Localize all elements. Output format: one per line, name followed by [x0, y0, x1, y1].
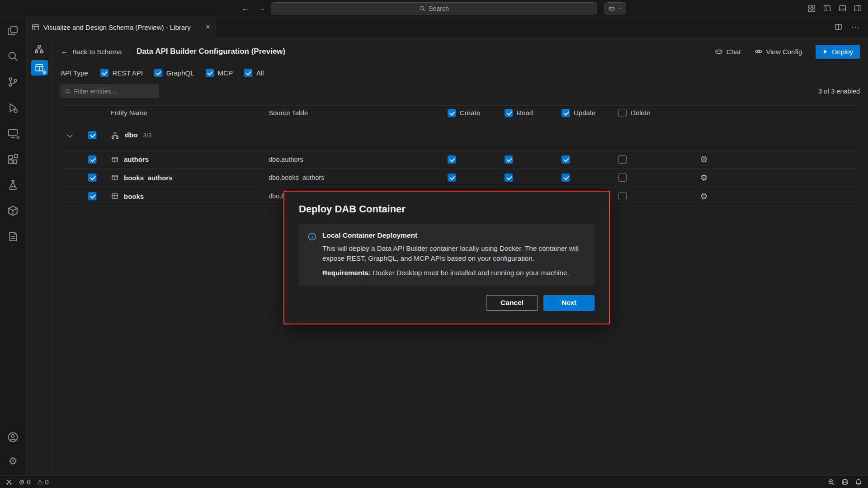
requirements-text: Requirements: Docker Desktop must be ins…	[322, 268, 585, 278]
schema-group-row[interactable]: dbo 3/3	[61, 126, 860, 144]
update-checkbox[interactable]	[561, 155, 570, 164]
api-type-label: API Type	[61, 69, 88, 77]
testing-icon[interactable]	[5, 177, 21, 192]
dialog-title: Deploy DAB Container	[299, 203, 594, 215]
back-arrow-icon[interactable]: ←	[241, 4, 249, 13]
more-actions-icon[interactable]: ⋯	[851, 22, 860, 32]
graphql-checkbox[interactable]	[154, 69, 162, 77]
api-option-graphql[interactable]: GraphQL	[154, 69, 194, 77]
rest-api-checkbox[interactable]	[100, 69, 108, 77]
extensions-icon[interactable]	[5, 151, 21, 167]
mini-gear-icon: ⚙	[42, 70, 47, 75]
disconnected-badge-icon: ⊗	[16, 135, 20, 140]
tab-close-icon[interactable]: ×	[206, 23, 210, 32]
row-select-checkbox[interactable]	[88, 192, 96, 200]
read-all-checkbox[interactable]	[505, 109, 513, 117]
table-row-books-authors[interactable]: books_authors dbo.books_authors ⚙	[61, 169, 860, 187]
enabled-count: 3 of 3 enabled	[818, 88, 860, 95]
notifications-bell-icon[interactable]	[855, 479, 862, 486]
mcp-checkbox[interactable]	[206, 69, 214, 77]
row-settings-gear-icon[interactable]: ⚙	[700, 154, 708, 164]
info-icon	[308, 231, 316, 278]
view-config-icon	[755, 47, 763, 56]
dab-config-icon[interactable]: ⚙	[31, 60, 48, 75]
filter-entities-input[interactable]	[61, 84, 159, 98]
designer-toolbar: ⚙	[26, 37, 52, 475]
status-bar: ⊘ 0 ⚠ 0	[0, 475, 868, 488]
source-control-icon[interactable]	[5, 74, 21, 89]
toggle-sidebar-right-icon[interactable]	[854, 5, 862, 12]
create-checkbox[interactable]	[448, 174, 456, 182]
collapse-chevron-icon[interactable]	[67, 131, 73, 137]
update-header: Update	[561, 109, 618, 117]
next-button[interactable]: Next	[543, 295, 594, 311]
delete-checkbox[interactable]	[618, 155, 627, 164]
filter-search-icon	[65, 88, 71, 94]
toggle-panel-icon[interactable]	[839, 5, 846, 12]
split-editor-icon[interactable]	[835, 23, 842, 31]
delete-checkbox[interactable]	[618, 174, 627, 182]
tab-bar: Visualize and Design Schema (Preview) - …	[26, 17, 868, 37]
row-settings-gear-icon[interactable]: ⚙	[700, 173, 708, 183]
zoom-icon[interactable]	[828, 479, 835, 486]
create-checkbox[interactable]	[448, 155, 456, 164]
toggle-sidebar-left-icon[interactable]	[823, 5, 831, 12]
api-option-rest[interactable]: REST API	[100, 69, 143, 77]
copilot-menu-button[interactable]	[604, 2, 626, 14]
schema-group-count: 3/3	[143, 132, 151, 139]
remote-indicator-icon[interactable]	[6, 479, 13, 485]
row-select-checkbox[interactable]	[88, 155, 96, 164]
create-all-checkbox[interactable]	[448, 109, 456, 117]
schema-icon	[106, 131, 124, 139]
explorer-icon[interactable]	[5, 23, 21, 38]
browser-preview-icon[interactable]	[841, 479, 849, 486]
activity-bar: ⊗ ⚙	[0, 17, 26, 475]
error-count: 0	[27, 479, 31, 486]
delete-checkbox[interactable]	[618, 192, 627, 200]
customize-layout-icon[interactable]	[808, 5, 816, 12]
run-debug-icon[interactable]	[5, 100, 21, 115]
notebook-icon[interactable]	[5, 229, 21, 244]
read-checkbox[interactable]	[505, 174, 513, 182]
table-row-authors[interactable]: authors dbo.authors ⚙	[61, 150, 860, 169]
forward-arrow-icon[interactable]: →	[258, 4, 266, 13]
page-header: ← Back to Schema Data API Builder Config…	[61, 43, 860, 60]
header-divider	[129, 47, 129, 56]
package-icon[interactable]	[5, 203, 21, 218]
search-icon	[419, 5, 425, 12]
title-bar: ← → Search	[0, 0, 868, 17]
create-header: Create	[448, 109, 505, 117]
problems-warnings[interactable]: ⚠ 0	[37, 479, 48, 486]
editor-actions: ⋯	[835, 17, 868, 37]
schema-designer-icon[interactable]	[31, 42, 48, 56]
filter-entities-field[interactable]	[74, 88, 155, 95]
api-option-all[interactable]: All	[244, 69, 264, 77]
all-checkbox[interactable]	[244, 69, 252, 77]
view-config-button[interactable]: View Config	[755, 47, 802, 56]
cancel-button[interactable]: Cancel	[486, 295, 538, 311]
api-type-row: API Type REST API GraphQL MCP	[61, 69, 860, 77]
layout-controls	[808, 5, 862, 12]
api-option-mcp[interactable]: MCP	[206, 69, 233, 77]
entity-name-header: Entity Name	[110, 109, 269, 117]
update-checkbox[interactable]	[561, 174, 570, 182]
remote-explorer-icon[interactable]: ⊗	[5, 126, 21, 141]
read-checkbox[interactable]	[505, 155, 513, 164]
error-icon: ⊘	[19, 479, 25, 485]
chat-button[interactable]: Chat	[715, 47, 741, 56]
group-select-checkbox[interactable]	[88, 131, 96, 139]
back-to-schema-link[interactable]: ← Back to Schema	[61, 47, 122, 56]
deploy-button[interactable]: Deploy	[816, 45, 860, 59]
entity-name: authors	[124, 155, 269, 163]
delete-all-checkbox[interactable]	[618, 109, 627, 117]
row-select-checkbox[interactable]	[88, 174, 96, 182]
row-settings-gear-icon[interactable]: ⚙	[700, 191, 708, 202]
search-sidebar-icon[interactable]	[5, 48, 21, 64]
update-all-checkbox[interactable]	[561, 109, 570, 117]
chat-copilot-icon	[715, 47, 723, 56]
account-icon[interactable]	[5, 429, 21, 445]
command-center-search[interactable]: Search	[271, 2, 597, 14]
tab-visualize-design-schema[interactable]: Visualize and Design Schema (Preview) - …	[26, 17, 216, 37]
problems-errors[interactable]: ⊘ 0	[19, 479, 30, 486]
settings-gear-icon[interactable]: ⚙	[5, 454, 21, 469]
